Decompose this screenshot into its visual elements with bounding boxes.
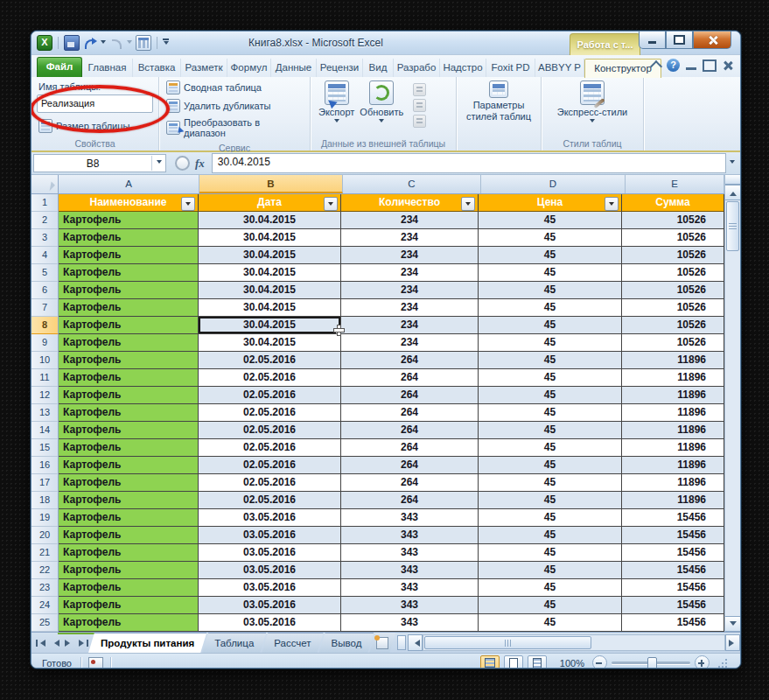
previous-sheet-button[interactable] — [49, 637, 61, 649]
cell-sum[interactable]: 11896 — [622, 422, 724, 439]
cell-sum[interactable]: 10526 — [622, 229, 724, 247]
cell-date[interactable]: 03.05.2016 — [199, 597, 341, 614]
row-header[interactable]: 7 — [31, 299, 59, 317]
name-box-dropdown[interactable] — [151, 156, 165, 171]
cell-price[interactable]: 45 — [479, 334, 622, 352]
header-cell-d[interactable]: Цена — [479, 194, 622, 212]
ribbon-tab-2[interactable]: Разметк — [181, 59, 227, 77]
ribbon-tab-8[interactable]: Надстро — [440, 59, 486, 77]
cell-date[interactable]: 30.04.2015 — [199, 229, 341, 247]
cell-date[interactable]: 02.05.2016 — [199, 492, 341, 509]
row-header[interactable]: 6 — [31, 282, 59, 299]
cell-date[interactable]: 02.05.2016 — [199, 457, 341, 474]
cell-sum[interactable]: 10526 — [622, 247, 724, 264]
sheet-tab-2[interactable]: Рассчет — [262, 633, 323, 653]
cell-name[interactable]: Картофель — [59, 282, 199, 299]
maximize-button[interactable] — [666, 32, 693, 49]
ribbon-tab-6[interactable]: Вид — [363, 59, 394, 77]
cell-name[interactable]: Картофель — [59, 387, 199, 404]
scroll-right-button[interactable] — [725, 634, 740, 651]
cell-price[interactable]: 45 — [479, 352, 622, 369]
table-style-options-button[interactable]: Параметры стилей таблиц — [459, 80, 538, 123]
cell-name[interactable]: Картофель — [59, 334, 199, 352]
cell-price[interactable]: 45 — [479, 264, 622, 282]
minimize-workbook-icon[interactable] — [686, 60, 696, 70]
row-header[interactable]: 4 — [31, 247, 59, 264]
cell-date[interactable]: 02.05.2016 — [199, 439, 341, 457]
cell-sum[interactable]: 15456 — [622, 527, 724, 544]
cell-sum[interactable]: 11896 — [622, 474, 724, 492]
cell-qty[interactable]: 264 — [341, 387, 479, 404]
column-header-c[interactable]: C — [343, 175, 481, 193]
cell-sum[interactable]: 15456 — [622, 562, 724, 579]
filter-button[interactable] — [181, 197, 195, 211]
cell-date[interactable]: 30.04.2015 — [199, 212, 341, 229]
cell-qty[interactable]: 234 — [341, 299, 479, 317]
cell-sum[interactable]: 11896 — [622, 352, 724, 369]
cell-sum[interactable]: 15456 — [622, 509, 724, 527]
formula-input[interactable]: 30.04.2015 — [212, 153, 726, 173]
restore-workbook-icon[interactable] — [703, 60, 717, 72]
cell-name[interactable]: Картофель — [59, 264, 199, 282]
page-layout-view-button[interactable] — [504, 655, 523, 669]
normal-view-button[interactable] — [480, 655, 500, 669]
cell-name[interactable]: Картофель — [59, 212, 199, 229]
zoom-level[interactable]: 100% — [560, 658, 584, 668]
pivot-table-button[interactable]: Сводная таблица — [164, 80, 304, 95]
vertical-split-handle[interactable] — [725, 175, 740, 185]
convert-to-range-button[interactable]: Преобразовать в диапазон — [164, 116, 304, 139]
row-header[interactable]: 11 — [31, 369, 59, 387]
refresh-button[interactable]: Обновить — [357, 80, 406, 126]
table-name-input[interactable]: Реализация — [37, 94, 153, 113]
cell-qty[interactable]: 234 — [341, 317, 479, 334]
cell-qty[interactable]: 343 — [341, 562, 479, 579]
cell-name[interactable]: Картофель — [59, 527, 199, 544]
cell-date[interactable]: 02.05.2016 — [199, 474, 341, 492]
first-sheet-button[interactable] — [35, 637, 47, 649]
vertical-scrollbar[interactable] — [724, 175, 740, 632]
cell-price[interactable]: 45 — [479, 562, 622, 579]
cell-sum[interactable]: 10526 — [622, 334, 724, 352]
quick-styles-button[interactable]: Экспресс-стили — [555, 80, 630, 126]
cell-price[interactable]: 45 — [479, 492, 622, 509]
cell-qty[interactable]: 264 — [341, 439, 479, 457]
cell-price[interactable]: 45 — [479, 387, 622, 404]
name-box[interactable]: B8 — [33, 154, 166, 172]
cell-qty[interactable]: 343 — [341, 509, 479, 527]
cell-date[interactable]: 30.04.2015 — [199, 334, 341, 352]
collapse-ribbon-icon[interactable] — [650, 60, 662, 73]
row-header[interactable]: 25 — [31, 614, 59, 632]
horizontal-scroll-thumb[interactable] — [424, 636, 591, 649]
row-header[interactable]: 15 — [31, 439, 59, 457]
header-cell-a[interactable]: Наименование — [59, 194, 199, 212]
row-header[interactable]: 23 — [31, 579, 59, 597]
cell-sum[interactable]: 10526 — [622, 282, 724, 299]
ribbon-tab-7[interactable]: Разрабо — [394, 59, 440, 77]
cell-date[interactable]: 30.04.2015 — [199, 317, 341, 334]
cell-qty[interactable]: 264 — [341, 492, 479, 509]
row-header[interactable]: 19 — [31, 509, 59, 527]
ribbon-tab-9[interactable]: Foxit PD — [486, 59, 535, 77]
page-break-view-button[interactable] — [528, 655, 547, 669]
cell-name[interactable]: Картофель — [59, 492, 199, 509]
row-header[interactable]: 17 — [31, 474, 59, 492]
cell-sum[interactable]: 10526 — [622, 299, 724, 317]
ribbon-tab-0[interactable]: Главная — [82, 59, 133, 77]
cell-price[interactable]: 45 — [479, 404, 622, 422]
cell-price[interactable]: 45 — [479, 457, 622, 474]
cell-qty[interactable]: 234 — [341, 334, 479, 352]
cell-qty[interactable]: 343 — [341, 527, 479, 544]
cell-date[interactable]: 02.05.2016 — [199, 369, 341, 387]
row-header[interactable]: 18 — [31, 492, 59, 509]
row-header[interactable]: 1 — [31, 194, 59, 212]
row-header[interactable]: 8 — [31, 317, 59, 334]
cell-date[interactable]: 30.04.2015 — [199, 299, 341, 317]
cell-date[interactable]: 03.05.2016 — [199, 544, 341, 562]
cell-price[interactable]: 45 — [479, 229, 622, 247]
cell-sum[interactable]: 11896 — [622, 439, 724, 457]
cell-qty[interactable]: 264 — [341, 422, 479, 439]
cell-qty[interactable]: 264 — [341, 404, 479, 422]
cell-date[interactable]: 03.05.2016 — [199, 579, 341, 597]
row-header[interactable]: 2 — [31, 212, 59, 229]
cell-date[interactable]: 30.04.2015 — [199, 247, 341, 264]
